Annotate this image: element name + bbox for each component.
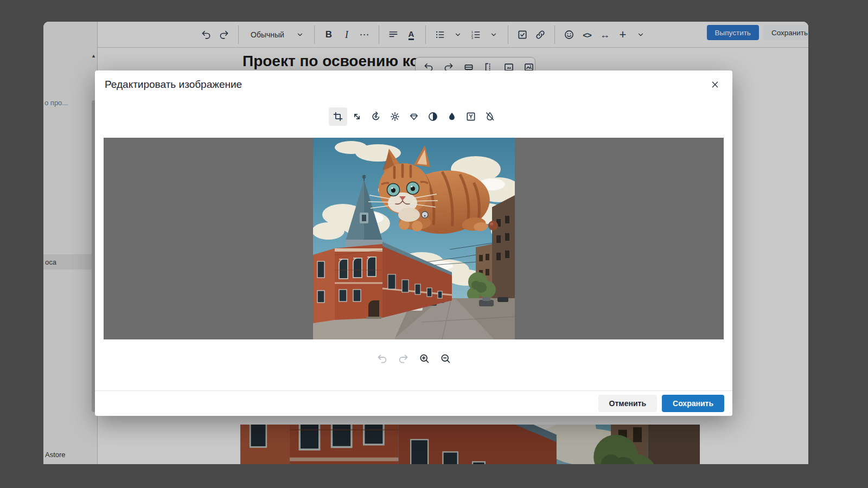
zoom-out-button[interactable] bbox=[438, 351, 452, 365]
gamma-tool-button[interactable] bbox=[462, 107, 480, 126]
image-edit-toolbar bbox=[95, 107, 732, 126]
crop-tool-button[interactable] bbox=[329, 107, 347, 126]
zoom-in-button[interactable] bbox=[417, 351, 431, 365]
image-edit-canvas[interactable] bbox=[104, 138, 724, 339]
cancel-button[interactable]: Отменить bbox=[598, 395, 657, 412]
rotate-tool-button[interactable] bbox=[367, 107, 385, 126]
blur-off-tool-button[interactable] bbox=[481, 107, 499, 126]
brightness-tool-button[interactable] bbox=[386, 107, 404, 126]
edited-image bbox=[313, 138, 515, 339]
edit-image-dialog: Редактировать изображение Отменить Сохра… bbox=[95, 70, 732, 416]
resize-tool-button[interactable] bbox=[348, 107, 366, 126]
edit-redo-button[interactable] bbox=[396, 351, 410, 365]
save-button[interactable]: Сохранить bbox=[662, 395, 724, 412]
dialog-footer: Отменить Сохранить bbox=[95, 390, 732, 416]
dialog-title: Редактировать изображение bbox=[105, 79, 242, 91]
sharpen-tool-button[interactable] bbox=[405, 107, 423, 126]
saturation-tool-button[interactable] bbox=[443, 107, 461, 126]
edit-undo-button[interactable] bbox=[375, 351, 389, 365]
close-icon[interactable] bbox=[707, 77, 723, 92]
contrast-tool-button[interactable] bbox=[424, 107, 442, 126]
canvas-controls bbox=[95, 351, 732, 365]
